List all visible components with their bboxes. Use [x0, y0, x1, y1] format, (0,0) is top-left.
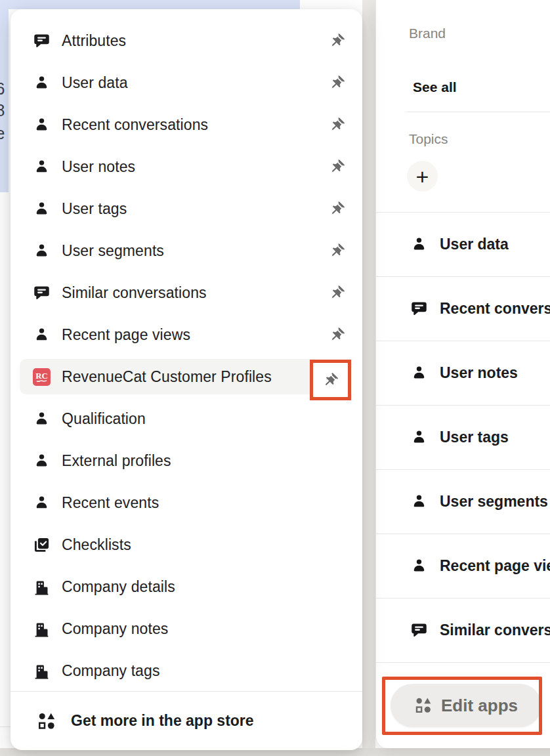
dropdown-item-label: Company details — [62, 578, 345, 596]
dropdown-item-label: User segments — [62, 242, 324, 260]
dropdown-menu-item-checklists[interactable]: Checklists — [11, 524, 362, 566]
dropdown-menu-item-user-segments[interactable]: User segments — [11, 230, 362, 272]
apps-dropdown-list: Attributes User data Recent conversation… — [11, 20, 362, 692]
pinned-app-label: User segments — [440, 493, 548, 511]
conversation-details-panel: Brand See all Topics + User data Recent … — [375, 0, 550, 748]
pinned-app-row-user-tags[interactable]: User tags — [376, 406, 550, 470]
person-icon — [33, 158, 51, 176]
dropdown-menu-item-user-tags[interactable]: User tags — [11, 188, 362, 230]
pin-icon[interactable] — [329, 327, 345, 343]
pin-icon[interactable] — [329, 285, 345, 301]
dropdown-menu-item-recent-events[interactable]: Recent events — [11, 482, 362, 524]
pinned-app-label: Recent conversations — [440, 300, 550, 318]
dropdown-item-label: Similar conversations — [62, 284, 324, 302]
clipped-text-fragment: 8 — [0, 102, 9, 119]
dropdown-menu-item-recent-page-views[interactable]: Recent page views — [11, 314, 362, 356]
dropdown-menu-item-qualification[interactable]: Qualification — [11, 398, 362, 440]
clipped-text-fragment: : — [0, 59, 9, 76]
person-icon — [33, 116, 51, 134]
add-topic-button[interactable]: + — [407, 161, 438, 192]
pin-icon[interactable] — [322, 372, 339, 388]
dropdown-item-label: Recent conversations — [62, 116, 324, 134]
chat-icon — [33, 32, 51, 50]
person-icon — [33, 74, 51, 92]
page-gap-strip — [362, 0, 375, 756]
pinned-app-row-similar-conversations[interactable]: Similar conversations — [376, 598, 550, 663]
person-icon — [33, 326, 51, 344]
see-all-link[interactable]: See all — [413, 79, 457, 95]
pinned-app-row-recent-conversations[interactable]: Recent conversations — [376, 277, 550, 341]
dropdown-menu-item-external-profiles[interactable]: External profiles — [11, 440, 362, 482]
dropdown-menu-item-company-details[interactable]: Company details — [11, 566, 362, 608]
person-icon — [33, 200, 51, 218]
person-icon — [33, 242, 51, 260]
pin-icon[interactable] — [329, 201, 345, 217]
chat-icon — [33, 284, 51, 302]
brand-section-label: Brand — [409, 26, 446, 41]
person-icon — [410, 557, 428, 575]
get-more-apps-button[interactable]: Get more in the app store — [11, 691, 362, 750]
topics-section-label: Topics — [409, 131, 448, 147]
checklist-icon — [33, 536, 51, 554]
dropdown-item-label: User tags — [62, 200, 324, 218]
highlighted-text-block-top — [0, 0, 300, 9]
person-icon — [33, 410, 51, 428]
company-icon — [33, 662, 51, 680]
dropdown-item-label: User notes — [62, 158, 324, 176]
plus-icon: + — [416, 165, 429, 188]
pinned-app-row-user-notes[interactable]: User notes — [376, 341, 550, 406]
pinned-apps-list: User data Recent conversations User note… — [376, 213, 550, 663]
pin-icon[interactable] — [329, 75, 345, 91]
dropdown-menu-item-recent-conversations[interactable]: Recent conversations — [11, 104, 362, 146]
dropdown-menu-item-company-notes[interactable]: Company notes — [11, 608, 362, 650]
svg-text:RC: RC — [35, 370, 48, 380]
dropdown-item-label: RevenueCat Customer Profiles — [62, 368, 324, 386]
dropdown-item-label: Checklists — [62, 536, 345, 554]
pin-icon[interactable] — [329, 159, 345, 175]
dropdown-item-label: User data — [62, 74, 324, 92]
company-icon — [33, 578, 51, 596]
divider — [406, 112, 550, 112]
page: : 6 8 e Attributes User data Recent conv… — [0, 0, 550, 756]
dropdown-item-label: Recent events — [62, 494, 345, 512]
dropdown-menu-item-attributes[interactable]: Attributes — [11, 20, 362, 62]
person-icon — [410, 364, 428, 382]
dropdown-item-label: Company tags — [62, 662, 345, 680]
company-icon — [33, 620, 51, 638]
chat-icon — [410, 621, 428, 639]
dropdown-item-label: External profiles — [62, 452, 345, 470]
dropdown-item-label: Company notes — [62, 620, 345, 638]
annotation-rect-pin — [310, 360, 351, 400]
pinned-app-label: Similar conversations — [440, 621, 550, 639]
pinned-app-row-user-data[interactable]: User data — [376, 213, 550, 277]
highlighted-text-block-left: : 6 8 e — [0, 0, 9, 192]
pinned-app-label: User notes — [440, 364, 518, 382]
person-icon — [410, 429, 428, 446]
dropdown-menu-item-user-notes[interactable]: User notes — [11, 146, 362, 188]
clipped-text-fragment: 6 — [0, 80, 9, 97]
pin-icon[interactable] — [329, 33, 345, 49]
app-store-icon — [37, 711, 56, 731]
dropdown-menu-item-user-data[interactable]: User data — [11, 62, 362, 104]
revenuecat-icon: RC — [33, 368, 51, 386]
pinned-app-label: Recent page views — [440, 557, 550, 575]
dropdown-menu-item-company-tags[interactable]: Company tags — [11, 650, 362, 692]
dropdown-menu-item-similar-conversations[interactable]: Similar conversations — [11, 272, 362, 314]
pin-icon[interactable] — [329, 117, 345, 133]
pinned-app-label: User data — [440, 236, 509, 253]
dropdown-item-label: Recent page views — [62, 326, 324, 344]
person-icon — [33, 452, 51, 470]
person-icon — [33, 494, 51, 512]
annotation-rect-edit-apps — [382, 677, 542, 735]
dropdown-item-label: Attributes — [62, 32, 324, 50]
chat-icon — [410, 300, 428, 318]
pin-icon[interactable] — [329, 243, 345, 259]
pinned-app-label: User tags — [440, 429, 509, 446]
get-more-apps-label: Get more in the app store — [71, 712, 254, 730]
person-icon — [410, 493, 428, 511]
pinned-app-row-recent-page-views[interactable]: Recent page views — [376, 534, 550, 598]
background-divider — [0, 726, 11, 727]
pinned-app-row-user-segments[interactable]: User segments — [376, 470, 550, 534]
dropdown-item-label: Qualification — [62, 410, 345, 428]
clipped-text-fragment: e — [0, 125, 9, 142]
